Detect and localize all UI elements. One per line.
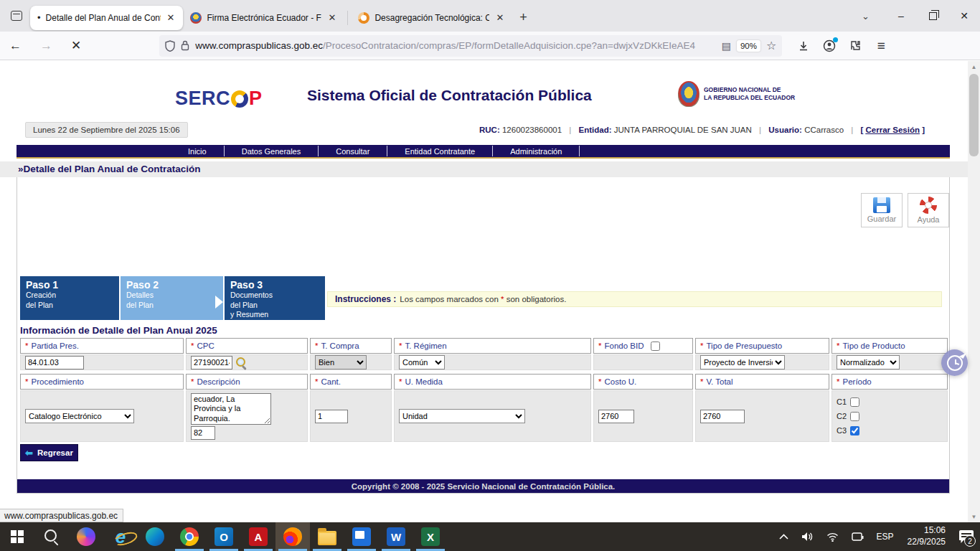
bookmark-star-icon[interactable]: ☆ <box>766 39 776 52</box>
date-banner: Lunes 22 de Septiembre del 2025 15:06 <box>25 122 188 138</box>
cpc-search-icon[interactable] <box>235 357 247 368</box>
tab-detalle-plan[interactable]: • Detalle del Plan Anual de Contr ✕ <box>30 6 183 30</box>
t-regimen-select[interactable]: Común <box>399 355 445 369</box>
tipo-producto-select[interactable]: Normalizado <box>837 355 900 369</box>
tray-date: 22/9/2025 <box>908 537 946 548</box>
taskbar-file-explorer[interactable] <box>310 522 344 551</box>
new-tab-button[interactable]: + <box>512 10 534 25</box>
volume-icon[interactable] <box>795 522 820 551</box>
taskbar-chrome[interactable] <box>172 522 207 551</box>
extensions-icon[interactable] <box>844 35 867 57</box>
tab-firma-electronica[interactable]: Firma Electrónica Ecuador - Firn ✕ <box>183 6 344 30</box>
instructions-box: Instrucciones : Los campos marcados con … <box>327 291 942 307</box>
descripcion-textarea[interactable]: ecuador, La Provincia y la Parroquia. <box>191 393 271 425</box>
account-icon[interactable] <box>818 35 841 57</box>
start-button[interactable] <box>0 522 34 551</box>
cpc-input[interactable] <box>191 356 232 369</box>
taskbar-word[interactable]: W <box>379 522 413 551</box>
downloads-icon[interactable] <box>792 35 815 57</box>
taskbar-search[interactable] <box>34 522 69 551</box>
menu-icon[interactable]: ≡ <box>870 35 892 57</box>
costo-u-input[interactable] <box>598 410 634 423</box>
stop-icon[interactable]: ✕ <box>62 38 90 53</box>
tab-close-icon[interactable]: ✕ <box>326 12 337 23</box>
reader-mode-icon[interactable]: ▤ <box>722 40 731 52</box>
nav-inicio[interactable]: Inicio <box>171 146 225 156</box>
sercop-o-icon <box>231 90 248 108</box>
clock-icon <box>947 355 963 371</box>
url-bar[interactable]: www.compraspublicas.gob.ec/ProcesoContra… <box>159 35 782 57</box>
save-floppy-icon <box>873 197 890 213</box>
tipo-presupuesto-select[interactable]: Proyecto de Inversión <box>700 355 785 369</box>
taskbar-firefox-active[interactable] <box>275 522 310 551</box>
cantidad-input[interactable] <box>315 410 348 423</box>
shield-icon[interactable] <box>165 40 175 52</box>
tray-clock[interactable]: 15:06 22/9/2025 <box>900 525 953 547</box>
floating-timer-badge[interactable] <box>941 349 968 376</box>
tab-title: Firma Electrónica Ecuador - Firn <box>207 13 321 23</box>
taskbar-edge[interactable] <box>138 522 172 551</box>
v-total-input[interactable] <box>700 410 745 423</box>
taskbar-internet-explorer[interactable]: e <box>103 522 138 551</box>
window-close-button[interactable]: ✕ <box>948 0 980 32</box>
forward-icon[interactable]: → <box>31 39 62 53</box>
fondo-bid-checkbox[interactable] <box>651 342 660 351</box>
procedimiento-select[interactable]: Catalogo Electrónico <box>25 409 134 423</box>
cast-display-icon[interactable] <box>845 522 870 551</box>
header-t-compra: *T. Compra <box>310 338 392 354</box>
guardar-button[interactable]: Guardar <box>861 193 903 227</box>
t-compra-select[interactable]: Bien <box>315 355 367 369</box>
tab-desagregacion[interactable]: Desagregación Tecnológica: Cál ✕ <box>351 6 512 30</box>
firefox-view-icon[interactable] <box>6 5 27 27</box>
tab-modified-icon: • <box>37 12 41 23</box>
edge-icon <box>146 527 164 546</box>
header-tipo-producto: *Tipo de Producto <box>831 338 948 354</box>
form-value-row-2: Catalogo Electrónico ecuador, La Provinc… <box>20 390 948 442</box>
partida-input[interactable] <box>25 356 84 369</box>
notification-center[interactable]: 2 <box>953 522 980 551</box>
u-medida-select[interactable]: Unidad <box>399 409 525 423</box>
nav-datos-generales[interactable]: Datos Generales <box>225 146 319 156</box>
descripcion-extra-input[interactable] <box>191 426 215 440</box>
tab-close-icon[interactable]: ✕ <box>494 12 505 23</box>
taskbar-copilot[interactable] <box>69 522 103 551</box>
nav-entidad-contratante[interactable]: Entidad Contratante <box>387 146 493 156</box>
nav-consultar[interactable]: Consultar <box>319 146 387 156</box>
tray-chevron-icon[interactable] <box>773 522 795 551</box>
chrome-icon <box>180 527 199 546</box>
logout-link[interactable]: Cerrar Sesión <box>866 126 920 134</box>
scroll-up-icon[interactable]: ▲ <box>968 61 980 72</box>
tab-close-icon[interactable]: ✕ <box>166 12 176 23</box>
url-text[interactable]: www.compraspublicas.gob.ec/ProcesoContra… <box>195 40 715 51</box>
header-u-medida: *U. Medida <box>394 374 591 390</box>
back-icon[interactable]: ← <box>0 39 31 53</box>
regresar-button[interactable]: ⬅ Regresar <box>20 444 78 461</box>
scrollbar-thumb[interactable] <box>969 74 979 156</box>
tab-title: Detalle del Plan Anual de Contr <box>46 13 161 23</box>
internet-explorer-icon: e <box>116 527 126 546</box>
back-arrow-icon: ⬅ <box>25 448 33 458</box>
status-tooltip: www.compraspublicas.gob.ec <box>0 509 123 522</box>
taskbar-presentation-app[interactable] <box>344 522 379 551</box>
fondo-bid-empty-cell <box>593 354 693 370</box>
ayuda-button[interactable]: Ayuda <box>908 193 949 227</box>
header-procedimiento: *Procedimiento <box>20 374 184 390</box>
breadcrumb: »Detalle del Plan Anual de Contratación <box>18 164 201 174</box>
nav-administracion[interactable]: Administración <box>493 146 580 156</box>
lock-icon[interactable] <box>181 40 189 51</box>
periodo-c3-checkbox[interactable] <box>850 426 859 435</box>
minimize-button[interactable]: – <box>885 0 917 32</box>
restore-button[interactable] <box>917 0 948 32</box>
browser-tab-bar: • Detalle del Plan Anual de Contr ✕ Firm… <box>0 0 980 32</box>
taskbar-outlook[interactable]: O <box>207 522 241 551</box>
tab-list-chevron-icon[interactable]: ⌄ <box>846 11 885 22</box>
taskbar-acrobat[interactable]: A <box>241 522 275 551</box>
scroll-down-icon[interactable]: ▼ <box>968 511 980 522</box>
page-scrollbar[interactable]: ▲ ▼ <box>968 61 980 522</box>
periodo-c2-checkbox[interactable] <box>850 412 859 421</box>
taskbar-excel[interactable]: X <box>413 522 448 551</box>
wifi-icon[interactable] <box>820 522 845 551</box>
periodo-c1-checkbox[interactable] <box>850 397 859 407</box>
language-indicator[interactable]: ESP <box>870 522 900 551</box>
zoom-level-badge[interactable]: 90% <box>737 40 760 52</box>
